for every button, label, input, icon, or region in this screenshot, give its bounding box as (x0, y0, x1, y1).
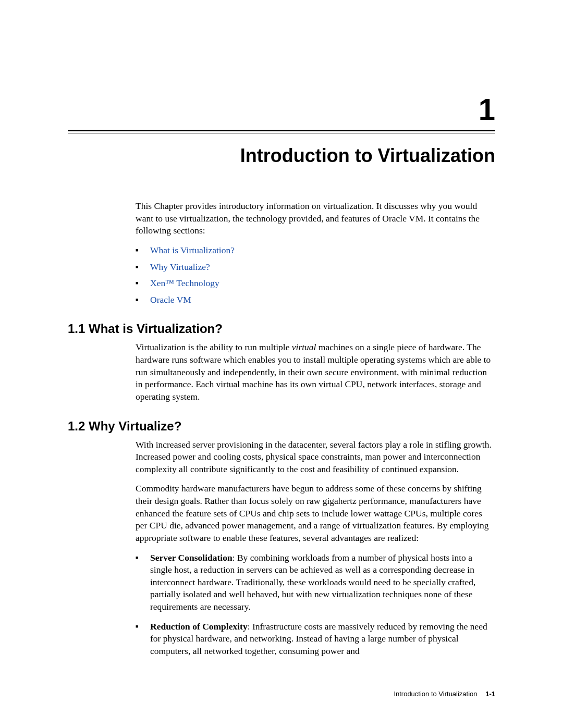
list-item: Server Consolidation: By combining workl… (136, 552, 495, 613)
toc-item: What is Virtualization? (136, 244, 495, 257)
rule-thick (68, 130, 495, 131)
advantages-list: Server Consolidation: By combining workl… (136, 552, 495, 658)
chapter-title: Introduction to Virtualization (68, 145, 495, 167)
intro-paragraph: This Chapter provides introductory infor… (136, 200, 495, 237)
toc-item: Xen™ Technology (136, 277, 495, 290)
toc-link-why-virtualize[interactable]: Why Virtualize? (150, 262, 210, 272)
section-heading-1-1: 1.1 What is Virtualization? (68, 322, 495, 336)
toc-link-xen-technology[interactable]: Xen™ Technology (150, 278, 219, 288)
bullet-term-server-consolidation: Server Consolidation (150, 552, 232, 563)
emphasis-virtual: virtual (292, 342, 316, 352)
toc-item: Oracle VM (136, 294, 495, 306)
bullet-term-reduction-complexity: Reduction of Complexity (150, 621, 248, 632)
toc-link-oracle-vm[interactable]: Oracle VM (150, 294, 191, 305)
table-of-contents: What is Virtualization? Why Virtualize? … (136, 244, 495, 306)
rule-thin (68, 133, 495, 133)
toc-item: Why Virtualize? (136, 261, 495, 274)
section-1-2-p2: Commodity hardware manufacturers have be… (136, 483, 495, 544)
footer-title: Introduction to Virtualization (394, 690, 477, 698)
chapter-number: 1 (68, 92, 495, 127)
section-1-2-p1: With increased server provisioning in th… (136, 439, 495, 476)
section-1-1-body: Virtualization is the ability to run mul… (136, 341, 495, 403)
page-footer: Introduction to Virtualization 1-1 (394, 690, 495, 698)
section-heading-1-2: 1.2 Why Virtualize? (68, 419, 495, 434)
text-fragment: Virtualization is the ability to run mul… (136, 342, 292, 352)
list-item: Reduction of Complexity: Infrastructure … (136, 621, 495, 658)
footer-page-number: 1-1 (485, 690, 495, 698)
toc-link-what-is-virtualization[interactable]: What is Virtualization? (150, 245, 235, 255)
